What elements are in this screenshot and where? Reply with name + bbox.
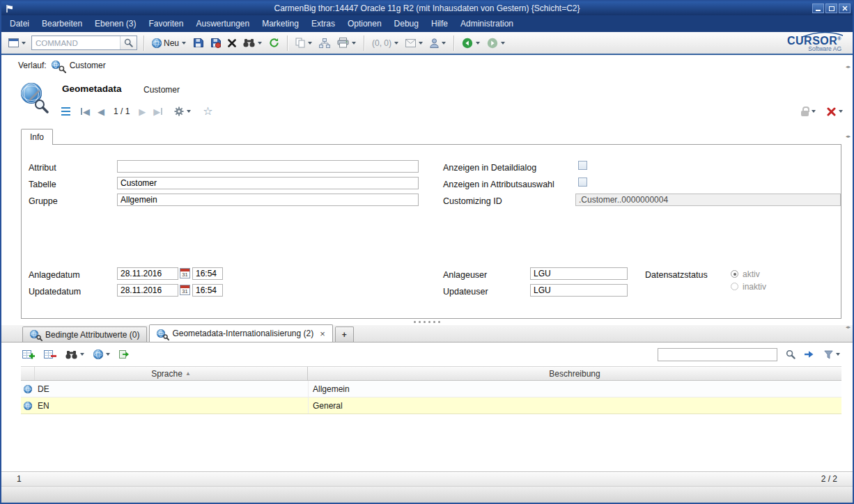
entity-icon (157, 329, 168, 339)
menu-optionen[interactable]: Optionen (348, 19, 382, 29)
chevron-down-icon (476, 42, 480, 45)
favorite-star-icon[interactable]: ☆ (203, 106, 212, 117)
menu-administration[interactable]: Administration (460, 19, 513, 29)
settings-button[interactable] (173, 105, 192, 118)
print-button[interactable] (336, 36, 357, 49)
delete-button[interactable] (226, 38, 238, 49)
hierarchy-icon (319, 38, 330, 48)
menu-favoriten[interactable]: Favoriten (148, 19, 183, 29)
delete-row-button[interactable] (42, 347, 58, 361)
tabelle-input[interactable] (117, 177, 419, 189)
entity-icon (30, 329, 41, 340)
updateuser-input[interactable] (530, 284, 628, 297)
subtab-bar: Bedingte Attributwerte (0) Geometadata-I… (1, 325, 853, 342)
minimize-button[interactable] (812, 3, 824, 13)
navigate-back-button[interactable] (460, 36, 481, 50)
gruppe-input[interactable] (117, 194, 419, 206)
anlagedatum-calendar-button[interactable]: 31 (180, 268, 190, 278)
form-window-button[interactable] (7, 37, 27, 49)
table-row[interactable]: DE Allgemein (21, 381, 841, 397)
panel-collapse-handle[interactable]: ◂▸ (845, 60, 851, 72)
datensatzstatus-label: Datensatzstatus (645, 270, 708, 280)
menu-hilfe[interactable]: Hilfe (431, 19, 448, 29)
chevron-down-icon (352, 42, 356, 45)
record-navigation: ◀ ◀ 1 / 1 ▶ ▶ ☆ (61, 105, 213, 118)
tab-close-icon[interactable]: × (320, 329, 325, 338)
add-row-button[interactable] (21, 347, 36, 361)
menu-auswertungen[interactable]: Auswertungen (196, 19, 249, 29)
filter-button[interactable] (823, 349, 841, 361)
close-record-button[interactable] (825, 106, 844, 118)
horizontal-splitter[interactable] (1, 319, 853, 325)
goto-record-icon[interactable] (804, 350, 814, 359)
column-header-sprache[interactable]: Sprache ▲ (35, 367, 308, 380)
status-inaktiv-radio[interactable] (731, 283, 738, 290)
window-frame-strip (1, 486, 853, 503)
attribut-label: Attribut (29, 163, 56, 173)
status-aktiv-label: aktiv (743, 269, 760, 279)
anzeigen-attributsauswahl-checkbox[interactable] (578, 178, 587, 187)
menu-debug[interactable]: Debug (394, 19, 419, 29)
search-button[interactable] (242, 37, 263, 49)
grid-filter-input[interactable] (658, 348, 777, 361)
main-toolbar: Neu (1, 32, 853, 55)
navigate-forward-button[interactable] (486, 36, 506, 50)
menu-marketing[interactable]: Marketing (262, 19, 299, 29)
command-search-button[interactable] (120, 36, 137, 49)
copy-button[interactable] (294, 36, 313, 49)
customizing-id-field (575, 194, 841, 206)
save-all-button[interactable] (209, 36, 222, 49)
history-entry[interactable]: Customer (70, 61, 106, 70)
close-button[interactable] (839, 3, 851, 13)
tab-geometadata-internationalisierung[interactable]: Geometadata-Internationalisierung (2) × (149, 324, 332, 342)
chevron-down-icon (836, 353, 840, 356)
tab-info[interactable]: Info (21, 129, 53, 145)
menu-bearbeiten[interactable]: Bearbeiten (42, 19, 82, 29)
grid-search-button[interactable] (64, 349, 86, 361)
record-header-actions (800, 105, 844, 118)
first-record-button[interactable]: ◀ (81, 107, 90, 116)
grid-entity-button[interactable] (92, 348, 111, 361)
add-row-icon (22, 349, 35, 360)
menu-ebenen[interactable]: Ebenen (3) (95, 19, 136, 29)
list-menu-icon[interactable] (61, 107, 70, 116)
cell-sprache: EN (35, 397, 308, 414)
menu-extras[interactable]: Extras (311, 19, 335, 29)
anlagedatum-time-input[interactable] (192, 267, 223, 280)
anlageuser-input[interactable] (530, 267, 628, 280)
lock-button[interactable] (800, 105, 817, 118)
menu-datei[interactable]: Datei (10, 19, 29, 29)
last-record-button[interactable]: ▶ (153, 107, 162, 116)
command-input[interactable] (32, 37, 120, 49)
report-button[interactable] (404, 38, 424, 49)
updatedatum-date-input[interactable] (117, 284, 178, 297)
user-button[interactable] (428, 37, 447, 49)
refresh-button[interactable] (267, 36, 281, 49)
previous-record-button[interactable]: ◀ (98, 107, 104, 116)
command-box (31, 36, 137, 50)
next-record-button[interactable]: ▶ (139, 107, 146, 116)
anzeigen-detaildialog-checkbox[interactable] (578, 161, 587, 170)
maximize-button[interactable] (825, 3, 837, 13)
new-record-button[interactable]: Neu (150, 37, 187, 49)
export-button[interactable] (118, 348, 131, 361)
coordinates-label: (0, 0) (372, 38, 391, 48)
status-aktiv-radio[interactable] (731, 270, 738, 278)
updatedatum-label: Updatedatum (29, 287, 81, 297)
application-window: CarmenBig thor:14447 Oracle 11g R2 (mit … (0, 0, 854, 504)
tab-bedingte-attributwerte[interactable]: Bedingte Attributwerte (0) (22, 326, 147, 342)
save-button[interactable] (192, 36, 205, 49)
hierarchy-button[interactable] (318, 37, 332, 49)
attribut-input[interactable] (117, 160, 419, 173)
updatedatum-calendar-button[interactable]: 31 (180, 285, 190, 295)
panel-collapse-handle[interactable]: ◂▸ (845, 129, 851, 142)
coordinates-button[interactable]: (0, 0) (371, 37, 400, 49)
tab-add-button[interactable]: + (335, 326, 354, 342)
gruppe-label: Gruppe (29, 196, 58, 206)
panel-collapse-handle[interactable]: ◂▸ (845, 320, 851, 333)
column-header-beschreibung[interactable]: Beschreibung (308, 367, 841, 380)
table-row-selected[interactable]: EN General (21, 397, 841, 414)
updatedatum-time-input[interactable] (192, 284, 223, 297)
magnifier-icon[interactable] (786, 349, 795, 359)
anlagedatum-date-input[interactable] (117, 267, 178, 280)
